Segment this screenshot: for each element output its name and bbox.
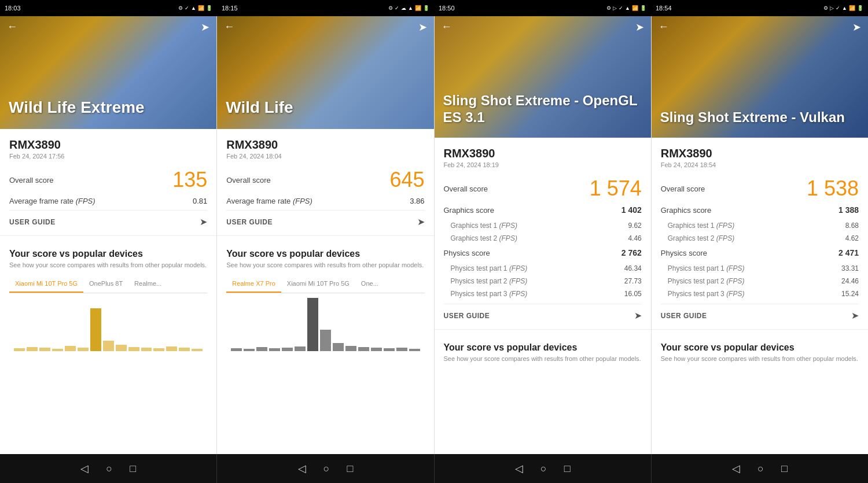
bar bbox=[371, 348, 382, 351]
panel-4: ← ➤ Sling Shot Extreme - Vulkan RMX3890 … bbox=[652, 16, 868, 454]
popular-title-4: Your score vs popular devices bbox=[661, 342, 859, 353]
tab-1-2[interactable]: OnePlus 8T bbox=[83, 275, 128, 293]
recent-nav-icon-4[interactable]: □ bbox=[781, 463, 788, 475]
user-guide-label-1[interactable]: USER GUIDE bbox=[9, 218, 56, 226]
home-nav-icon-2[interactable]: ○ bbox=[323, 463, 330, 475]
panel-3-body: RMX3890 Feb 24, 2024 18:19 Overall score… bbox=[435, 138, 651, 454]
device-name-2: RMX3890 bbox=[226, 138, 424, 152]
bar bbox=[141, 348, 152, 351]
home-nav-icon-4[interactable]: ○ bbox=[757, 463, 764, 475]
battery-icon-1: 🔋 bbox=[206, 5, 212, 11]
phy-test1-row-4: Physics test part 1 (FPS) 33.31 bbox=[661, 262, 859, 275]
gfx-test1-label-4: Graphics test 1 (FPS) bbox=[661, 222, 734, 230]
overall-score-row-3: Overall score 1 574 bbox=[444, 176, 642, 201]
panel-2-header: ← ➤ Wild Life bbox=[217, 16, 433, 129]
share-icon-1[interactable]: ➤ bbox=[200, 216, 207, 227]
device-name-1: RMX3890 bbox=[9, 138, 207, 152]
gfx-test2-label-4: Graphics test 2 (FPS) bbox=[661, 234, 734, 242]
gfx-test2-row-4: Graphics test 2 (FPS) 4.62 bbox=[661, 232, 859, 245]
bar bbox=[179, 348, 190, 351]
bar bbox=[27, 347, 38, 351]
overall-value-2: 645 bbox=[389, 168, 424, 192]
tab-2-3[interactable]: One... bbox=[355, 275, 384, 293]
bar bbox=[320, 330, 331, 351]
gfx-test2-row-3: Graphics test 2 (FPS) 4.46 bbox=[444, 232, 642, 245]
popular-section-3: Your score vs popular devices See how yo… bbox=[435, 333, 651, 374]
share-nav-icon-2[interactable]: ➤ bbox=[418, 21, 427, 34]
recent-nav-icon-1[interactable]: □ bbox=[130, 463, 136, 475]
status-icons-2: ⚙ ✓ ☁ ▲ 📶 🔋 bbox=[388, 5, 429, 11]
signal-icon-4: ▲ bbox=[842, 5, 847, 11]
back-icon-4[interactable]: ← bbox=[659, 21, 669, 34]
physics-label-3: Physics score bbox=[444, 249, 490, 257]
home-nav-icon-3[interactable]: ○ bbox=[540, 463, 547, 475]
back-nav-icon-2[interactable]: ◁ bbox=[298, 462, 306, 475]
phy-test2-row-4: Physics test part 2 (FPS) 24.46 bbox=[661, 275, 859, 287]
panel-2-title: Wild Life bbox=[226, 98, 425, 117]
share-nav-icon-3[interactable]: ➤ bbox=[635, 21, 644, 34]
back-nav-icon-1[interactable]: ◁ bbox=[80, 462, 89, 475]
user-guide-label-3[interactable]: USER GUIDE bbox=[444, 312, 490, 320]
bar bbox=[256, 347, 267, 351]
share-nav-icon-1[interactable]: ➤ bbox=[201, 21, 209, 34]
panel-4-title: Sling Shot Extreme - Vulkan bbox=[660, 109, 859, 126]
share-nav-icon-4[interactable]: ➤ bbox=[852, 21, 861, 34]
bar bbox=[65, 346, 76, 351]
overall-score-row-1: Overall score 135 bbox=[9, 168, 207, 192]
bar bbox=[269, 348, 280, 351]
panel-1-header: ← ➤ Wild Life Extreme bbox=[0, 16, 216, 129]
phy-test2-value-3: 27.73 bbox=[624, 277, 642, 285]
user-guide-label-2[interactable]: USER GUIDE bbox=[226, 218, 273, 226]
share-icon-3[interactable]: ➤ bbox=[634, 310, 642, 321]
status-icons-4: ⚙ ▷ ✓ ▲ 📶 🔋 bbox=[823, 5, 863, 11]
recent-nav-icon-2[interactable]: □ bbox=[347, 463, 353, 475]
panel-1-body: RMX3890 Feb 24, 2024 17:56 Overall score… bbox=[0, 129, 216, 454]
tab-2-1[interactable]: Realme X7 Pro bbox=[226, 275, 281, 293]
status-segment-2: 18:15 ⚙ ✓ ☁ ▲ 📶 🔋 bbox=[217, 0, 434, 16]
panel-4-header: ← ➤ Sling Shot Extreme - Vulkan bbox=[652, 16, 868, 138]
panel-4-body: RMX3890 Feb 24, 2024 18:54 Overall score… bbox=[652, 138, 868, 454]
tab-1-1[interactable]: Xiaomi Mi 10T Pro 5G bbox=[9, 275, 83, 293]
back-nav-icon-4[interactable]: ◁ bbox=[732, 462, 740, 475]
recent-nav-icon-3[interactable]: □ bbox=[564, 463, 571, 475]
panel-1-score-card: RMX3890 Feb 24, 2024 17:56 Overall score… bbox=[0, 129, 216, 236]
phy-test2-label-4: Physics test part 2 (FPS) bbox=[661, 277, 745, 285]
physics-label-4: Physics score bbox=[661, 249, 707, 257]
bar bbox=[295, 346, 306, 351]
share-icon-4[interactable]: ➤ bbox=[851, 310, 859, 321]
cloud-icon: ☁ bbox=[401, 5, 406, 11]
back-icon-2[interactable]: ← bbox=[224, 21, 234, 34]
signal-icon-1: ▲ bbox=[191, 5, 196, 11]
tab-1-3[interactable]: Realme... bbox=[128, 275, 167, 293]
overall-value-4: 1 538 bbox=[807, 176, 859, 201]
user-guide-row-3: USER GUIDE ➤ bbox=[444, 304, 642, 322]
phy-test2-value-4: 24.46 bbox=[841, 277, 859, 285]
bar bbox=[103, 341, 114, 351]
bar bbox=[128, 347, 139, 351]
overall-value-1: 135 bbox=[172, 168, 207, 192]
phy-test3-label-4: Physics test part 3 (FPS) bbox=[661, 290, 745, 298]
panel-3-header: ← ➤ Sling Shot Extreme - OpenGL ES 3.1 bbox=[435, 16, 651, 138]
home-nav-icon-1[interactable]: ○ bbox=[106, 463, 112, 475]
popular-title-2: Your score vs popular devices bbox=[226, 249, 424, 259]
tab-2-2[interactable]: Xiaomi Mi 10T Pro 5G bbox=[281, 275, 355, 293]
device-date-1: Feb 24, 2024 17:56 bbox=[9, 153, 207, 160]
panel-3-score-card: RMX3890 Feb 24, 2024 18:19 Overall score… bbox=[435, 138, 651, 330]
phy-test1-label-3: Physics test part 1 (FPS) bbox=[444, 264, 528, 272]
overall-label-4: Overall score bbox=[661, 185, 705, 193]
back-icon-1[interactable]: ← bbox=[7, 21, 17, 34]
panels-row: ← ➤ Wild Life Extreme RMX3890 Feb 24, 20… bbox=[0, 16, 868, 454]
back-nav-icon-3[interactable]: ◁ bbox=[515, 462, 523, 475]
back-icon-3[interactable]: ← bbox=[442, 21, 452, 34]
share-icon-2[interactable]: ➤ bbox=[417, 216, 425, 227]
gfx-test2-value-3: 4.46 bbox=[628, 234, 641, 242]
fps-label-2: Average frame rate (FPS) bbox=[226, 197, 312, 205]
phy-test2-row-3: Physics test part 2 (FPS) 27.73 bbox=[444, 275, 642, 287]
user-guide-label-4[interactable]: USER GUIDE bbox=[661, 312, 707, 320]
graphics-score-row-3: Graphics score 1 402 bbox=[444, 205, 642, 215]
overall-label-3: Overall score bbox=[444, 185, 488, 193]
panel-3: ← ➤ Sling Shot Extreme - OpenGL ES 3.1 R… bbox=[435, 16, 652, 454]
signal-icon-3: ▲ bbox=[625, 5, 630, 11]
check-icon-4: ✓ bbox=[836, 5, 840, 11]
settings-icon-2: ⚙ bbox=[388, 5, 393, 11]
